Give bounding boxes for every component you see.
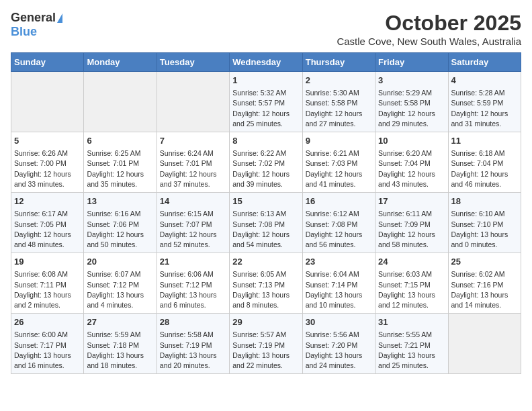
calendar-cell: 24Sunrise: 6:03 AM Sunset: 7:15 PM Dayli… <box>375 253 448 314</box>
page-subtitle: Castle Cove, New South Wales, Australia <box>337 36 521 47</box>
calendar-cell: 15Sunrise: 6:13 AM Sunset: 7:08 PM Dayli… <box>230 193 302 253</box>
day-header-friday: Friday <box>375 53 448 72</box>
day-number: 12 <box>14 195 81 208</box>
day-number: 24 <box>378 256 445 268</box>
calendar-cell: 3Sunrise: 5:29 AM Sunset: 5:58 PM Daylig… <box>375 72 448 132</box>
calendar-cell: 11Sunrise: 6:18 AM Sunset: 7:04 PM Dayli… <box>448 132 521 193</box>
day-number: 29 <box>232 316 299 328</box>
calendar-cell: 14Sunrise: 6:15 AM Sunset: 7:07 PM Dayli… <box>157 193 229 253</box>
calendar-cell: 1Sunrise: 5:32 AM Sunset: 5:57 PM Daylig… <box>230 72 302 132</box>
day-number: 15 <box>232 195 299 208</box>
page-title: October 2025 <box>337 11 521 36</box>
cell-content: Sunrise: 5:29 AM Sunset: 5:58 PM Dayligh… <box>378 88 445 129</box>
cell-content: Sunrise: 5:28 AM Sunset: 5:59 PM Dayligh… <box>451 88 518 129</box>
calendar-cell: 4Sunrise: 5:28 AM Sunset: 5:59 PM Daylig… <box>448 72 521 132</box>
day-number: 8 <box>232 135 299 147</box>
calendar-cell: 13Sunrise: 6:16 AM Sunset: 7:06 PM Dayli… <box>84 193 157 253</box>
day-header-saturday: Saturday <box>448 53 521 72</box>
calendar-cell: 16Sunrise: 6:12 AM Sunset: 7:08 PM Dayli… <box>302 193 375 253</box>
day-number: 18 <box>451 195 518 208</box>
cell-content: Sunrise: 6:11 AM Sunset: 7:09 PM Dayligh… <box>378 209 445 250</box>
calendar-cell: 29Sunrise: 5:57 AM Sunset: 7:19 PM Dayli… <box>230 314 302 374</box>
page-header: General Blue October 2025 Castle Cove, N… <box>11 11 521 47</box>
cell-content: Sunrise: 6:06 AM Sunset: 7:12 PM Dayligh… <box>160 269 226 310</box>
day-number: 28 <box>160 316 226 328</box>
calendar-cell: 22Sunrise: 6:05 AM Sunset: 7:13 PM Dayli… <box>230 253 302 314</box>
day-number: 14 <box>160 195 226 208</box>
calendar-week-row: 5Sunrise: 6:26 AM Sunset: 7:00 PM Daylig… <box>11 132 521 193</box>
cell-content: Sunrise: 6:05 AM Sunset: 7:13 PM Dayligh… <box>232 269 299 310</box>
calendar-cell: 9Sunrise: 6:21 AM Sunset: 7:03 PM Daylig… <box>302 132 375 193</box>
calendar-week-row: 1Sunrise: 5:32 AM Sunset: 5:57 PM Daylig… <box>11 72 521 132</box>
calendar-cell <box>157 72 229 132</box>
cell-content: Sunrise: 5:57 AM Sunset: 7:19 PM Dayligh… <box>232 330 299 371</box>
cell-content: Sunrise: 6:26 AM Sunset: 7:00 PM Dayligh… <box>14 148 81 189</box>
calendar-cell: 7Sunrise: 6:24 AM Sunset: 7:01 PM Daylig… <box>157 132 229 193</box>
day-number: 2 <box>306 75 372 87</box>
cell-content: Sunrise: 6:25 AM Sunset: 7:01 PM Dayligh… <box>87 148 153 189</box>
day-number: 6 <box>87 135 153 147</box>
calendar-cell: 23Sunrise: 6:04 AM Sunset: 7:14 PM Dayli… <box>302 253 375 314</box>
day-number: 25 <box>451 256 518 268</box>
cell-content: Sunrise: 6:18 AM Sunset: 7:04 PM Dayligh… <box>451 148 518 189</box>
day-number: 27 <box>87 316 153 328</box>
calendar-cell <box>84 72 157 132</box>
calendar-cell: 8Sunrise: 6:22 AM Sunset: 7:02 PM Daylig… <box>230 132 302 193</box>
logo-general-text: General <box>11 11 56 25</box>
calendar-cell: 26Sunrise: 6:00 AM Sunset: 7:17 PM Dayli… <box>11 314 84 374</box>
calendar-cell: 18Sunrise: 6:10 AM Sunset: 7:10 PM Dayli… <box>448 193 521 253</box>
calendar-cell: 12Sunrise: 6:17 AM Sunset: 7:05 PM Dayli… <box>11 193 84 253</box>
logo-blue-text: Blue <box>11 25 37 39</box>
cell-content: Sunrise: 5:56 AM Sunset: 7:20 PM Dayligh… <box>306 330 372 371</box>
calendar-cell: 10Sunrise: 6:20 AM Sunset: 7:04 PM Dayli… <box>375 132 448 193</box>
header-row: SundayMondayTuesdayWednesdayThursdayFrid… <box>11 53 521 72</box>
logo-icon <box>57 13 62 23</box>
cell-content: Sunrise: 5:59 AM Sunset: 7:18 PM Dayligh… <box>87 330 153 371</box>
day-number: 11 <box>451 135 518 147</box>
cell-content: Sunrise: 6:00 AM Sunset: 7:17 PM Dayligh… <box>14 330 81 371</box>
cell-content: Sunrise: 5:55 AM Sunset: 7:21 PM Dayligh… <box>378 330 445 371</box>
cell-content: Sunrise: 6:10 AM Sunset: 7:10 PM Dayligh… <box>451 209 518 250</box>
cell-content: Sunrise: 6:12 AM Sunset: 7:08 PM Dayligh… <box>306 209 372 250</box>
day-number: 31 <box>378 316 445 328</box>
cell-content: Sunrise: 5:30 AM Sunset: 5:58 PM Dayligh… <box>306 88 372 129</box>
calendar-week-row: 26Sunrise: 6:00 AM Sunset: 7:17 PM Dayli… <box>11 314 521 374</box>
day-number: 26 <box>14 316 81 328</box>
day-number: 1 <box>232 75 299 87</box>
cell-content: Sunrise: 6:03 AM Sunset: 7:15 PM Dayligh… <box>378 269 445 310</box>
day-number: 4 <box>451 75 518 87</box>
day-number: 9 <box>306 135 372 147</box>
logo: General Blue <box>11 11 62 39</box>
day-header-sunday: Sunday <box>11 53 84 72</box>
cell-content: Sunrise: 6:02 AM Sunset: 7:16 PM Dayligh… <box>451 269 518 310</box>
cell-content: Sunrise: 6:17 AM Sunset: 7:05 PM Dayligh… <box>14 209 81 250</box>
cell-content: Sunrise: 6:15 AM Sunset: 7:07 PM Dayligh… <box>160 209 226 250</box>
calendar-cell: 31Sunrise: 5:55 AM Sunset: 7:21 PM Dayli… <box>375 314 448 374</box>
calendar-cell: 17Sunrise: 6:11 AM Sunset: 7:09 PM Dayli… <box>375 193 448 253</box>
day-header-thursday: Thursday <box>302 53 375 72</box>
day-number: 30 <box>306 316 372 328</box>
calendar-cell <box>448 314 521 374</box>
calendar-cell: 20Sunrise: 6:07 AM Sunset: 7:12 PM Dayli… <box>84 253 157 314</box>
day-header-wednesday: Wednesday <box>230 53 302 72</box>
day-number: 21 <box>160 256 226 268</box>
calendar-cell: 6Sunrise: 6:25 AM Sunset: 7:01 PM Daylig… <box>84 132 157 193</box>
day-number: 20 <box>87 256 153 268</box>
day-number: 17 <box>378 195 445 208</box>
cell-content: Sunrise: 6:21 AM Sunset: 7:03 PM Dayligh… <box>306 148 372 189</box>
title-block: October 2025 Castle Cove, New South Wale… <box>337 11 521 47</box>
cell-content: Sunrise: 6:24 AM Sunset: 7:01 PM Dayligh… <box>160 148 226 189</box>
calendar-cell: 21Sunrise: 6:06 AM Sunset: 7:12 PM Dayli… <box>157 253 229 314</box>
calendar-week-row: 12Sunrise: 6:17 AM Sunset: 7:05 PM Dayli… <box>11 193 521 253</box>
calendar-cell: 5Sunrise: 6:26 AM Sunset: 7:00 PM Daylig… <box>11 132 84 193</box>
cell-content: Sunrise: 6:16 AM Sunset: 7:06 PM Dayligh… <box>87 209 153 250</box>
day-header-tuesday: Tuesday <box>157 53 229 72</box>
calendar-cell: 19Sunrise: 6:08 AM Sunset: 7:11 PM Dayli… <box>11 253 84 314</box>
cell-content: Sunrise: 6:13 AM Sunset: 7:08 PM Dayligh… <box>232 209 299 250</box>
calendar-cell: 28Sunrise: 5:58 AM Sunset: 7:19 PM Dayli… <box>157 314 229 374</box>
cell-content: Sunrise: 6:22 AM Sunset: 7:02 PM Dayligh… <box>232 148 299 189</box>
calendar-week-row: 19Sunrise: 6:08 AM Sunset: 7:11 PM Dayli… <box>11 253 521 314</box>
cell-content: Sunrise: 5:58 AM Sunset: 7:19 PM Dayligh… <box>160 330 226 371</box>
day-number: 7 <box>160 135 226 147</box>
day-number: 19 <box>14 256 81 268</box>
